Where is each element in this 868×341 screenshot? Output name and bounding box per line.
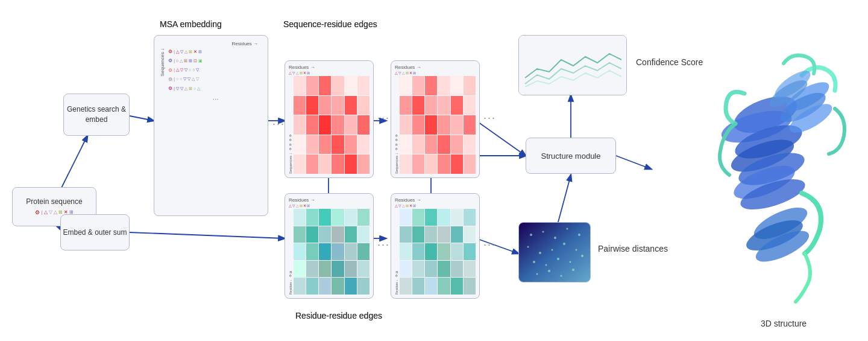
svg-point-18 (542, 231, 544, 233)
svg-point-21 (578, 234, 580, 236)
res-res-matrix-2-inner: Residues → △ ▽ △ ⊠ ✕ ⊞ Residues ↓ ⚙ ⊞ (391, 194, 479, 298)
res-res-matrix-2-body: Residues ↓ ⚙ ⊞ (395, 209, 476, 295)
svg-point-17 (530, 234, 532, 236)
seq-res-dots: ··· (377, 112, 390, 124)
svg-point-26 (576, 249, 577, 251)
svg-point-30 (570, 261, 571, 263)
svg-point-24 (552, 249, 553, 251)
seq-res-residues-header-2: Residues → (395, 65, 476, 70)
svg-line-6 (476, 121, 526, 156)
svg-point-35 (572, 269, 574, 271)
svg-line-2 (130, 116, 154, 121)
svg-point-23 (539, 252, 541, 254)
svg-point-28 (546, 264, 547, 266)
res-res-heatmap-2 (400, 209, 476, 295)
seq-res-matrix-2-body: Sequences ↓ ⚙ ⚙ ⚙ ⚙ (395, 76, 476, 174)
res-res-matrix-1-inner: Residues → △ ▽ △ ⊠ ✕ ⊞ Residues ↓ ⚙ ⊞ (285, 194, 373, 298)
embed-outer-sum-box: Embed & outer sum (60, 214, 130, 250)
seq-res-heatmap-2 (400, 76, 476, 174)
svg-point-22 (527, 246, 529, 248)
seq-res-ylabel-2: Sequences ↓ ⚙ ⚙ ⚙ ⚙ (395, 76, 398, 174)
seq-res-matrix-1-body: Sequences ↓ ⚙ ⚙ ⚙ ⚙ (289, 76, 370, 174)
res-res-dots-right: ··· (483, 238, 496, 251)
res-res-heatmap-1 (294, 209, 370, 295)
seq-res-ylabel-1: Sequences ↓ ⚙ ⚙ ⚙ ⚙ (289, 76, 292, 174)
svg-point-33 (548, 270, 550, 272)
structure-module-label: Structure module (541, 151, 601, 161)
msa-row-5: ⚙ | ▽ ▽ △ ⊠ ○ △ (168, 85, 263, 92)
embed-outer-sum-label: Embed & outer sum (63, 228, 127, 238)
structure-3d-label: 3D structure (729, 319, 838, 328)
seq-res-heatmap-1 (294, 76, 370, 174)
res-res-residues-header-2: Residues → (395, 197, 476, 203)
confidence-score-chart (519, 36, 627, 95)
svg-point-31 (581, 255, 583, 257)
res-res-residues-header-1: Residues → (289, 197, 370, 203)
msa-dots-right: ··· (272, 118, 285, 130)
genetics-search-box: Genetics search & embed (63, 94, 130, 136)
genetics-search-label: Genetics search & embed (64, 104, 129, 125)
msa-row-3: ⚙ | △ ▽ ▽ ○ ○ ▽ (168, 67, 263, 74)
structure-module-box: Structure module (526, 138, 616, 174)
res-res-matrix-1-body: Residues ↓ ⚙ ⊞ (289, 209, 370, 295)
pairwise-chart (519, 223, 591, 282)
svg-rect-16 (519, 223, 591, 282)
res-res-ylabel-2: Residues ↓ ⚙ ⊞ (395, 209, 398, 295)
res-res-matrix-1: Residues → △ ▽ △ ⊠ ✕ ⊞ Residues ↓ ⚙ ⊞ (285, 193, 374, 299)
res-res-ylabel-1: Residues ↓ ⚙ ⊞ (289, 209, 292, 295)
protein-3d-structure (651, 24, 856, 320)
svg-point-27 (533, 261, 535, 263)
diagram-container: MSA embedding Sequence-residue edges Res… (0, 0, 868, 341)
msa-residues-header: Residues → (231, 40, 258, 47)
res-res-icons-1: △ ▽ △ ⊠ ✕ ⊞ (289, 203, 370, 208)
svg-line-13 (616, 156, 651, 169)
seq-res-dots-right: ··· (483, 112, 496, 124)
svg-point-25 (563, 243, 565, 245)
res-res-matrix-2: Residues → △ ▽ △ ⊠ ✕ ⊞ Residues ↓ ⚙ ⊞ (391, 193, 480, 299)
pairwise-distances-box (518, 222, 591, 282)
res-res-edges-label-bottom: Residue-residue edges (295, 311, 382, 320)
confidence-score-box (518, 35, 627, 95)
res-res-icons-2: △ ▽ △ ⊠ ✕ ⊞ (395, 203, 476, 208)
seq-res-matrix-2: Residues → △ ▽ △ ⊠ ✕ ⊞ Sequences ↓ ⚙ ⚙ ⚙… (391, 60, 480, 178)
seq-res-icons-1: △ ▽ △ ⊠ ✕ ⊞ (289, 71, 370, 75)
svg-line-4 (130, 232, 285, 238)
svg-line-8 (476, 238, 518, 253)
msa-embedding-label-top: MSA embedding (160, 19, 222, 29)
msa-dots: ··· (168, 94, 263, 104)
seq-res-edges-label-top: Sequence-residue edges (283, 19, 377, 29)
protein-structure-svg (651, 24, 856, 320)
protein-sequence-label: Protein sequence (26, 197, 82, 207)
seq-res-matrix-1: Residues → △ ▽ △ ⊠ ✕ ⊞ Sequences ↓ ⚙ ⚙ ⚙… (285, 60, 374, 178)
seq-res-icons-2: △ ▽ △ ⊠ ✕ ⊞ (395, 71, 476, 75)
msa-row-1: ⚙ | △ ▽ △ ⊠ ✕ ⊞ (168, 48, 263, 55)
msa-row-2: ⚙ | ○ △ ⊠ ⊞ ⊡ ▣ (168, 57, 263, 64)
seq-res-residues-header-1: Residues → (289, 65, 370, 70)
seq-res-matrix-2-inner: Residues → △ ▽ △ ⊠ ✕ ⊞ Sequences ↓ ⚙ ⚙ ⚙… (391, 61, 479, 177)
msa-embedding-box: Residues → Sequences ↓ ⚙ | △ ▽ △ ⊠ ✕ ⊞ ⚙ (154, 35, 268, 216)
res-res-dots: ··· (377, 238, 390, 251)
svg-point-34 (561, 275, 562, 277)
svg-point-19 (554, 237, 556, 239)
svg-point-32 (536, 273, 538, 275)
svg-point-29 (557, 258, 559, 260)
msa-row-4: ⚙ | ○ ○ ▽ ▽ △ ▽ (168, 76, 263, 83)
svg-point-20 (567, 228, 568, 230)
msa-sequences-label: Sequences ↓ ⚙ | △ ▽ △ ⊠ ✕ ⊞ ⚙ | ○ (159, 48, 263, 104)
seq-res-matrix-1-inner: Residues → △ ▽ △ ⊠ ✕ ⊞ Sequences ↓ ⚙ ⚙ ⚙… (285, 61, 373, 177)
